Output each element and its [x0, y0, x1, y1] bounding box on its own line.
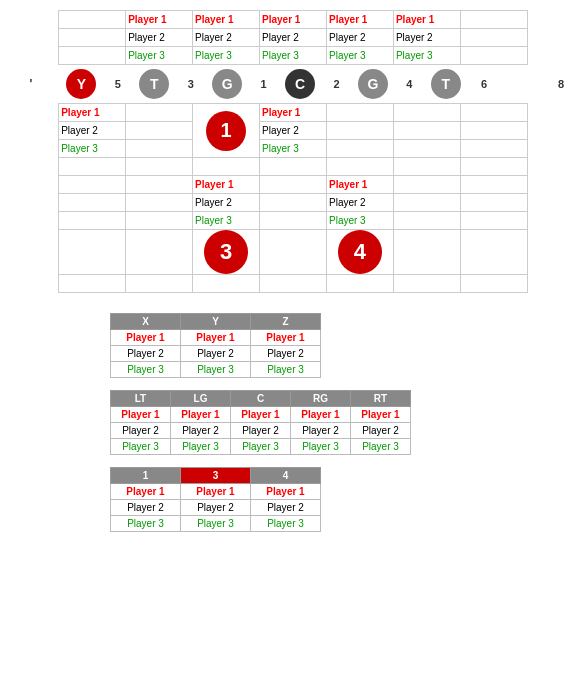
- table-row: [10, 275, 570, 293]
- letter-row: ' Y 5 T 3 G 1 C 2 G 4 T 6 8: [10, 65, 570, 103]
- label-p1: Player 1: [262, 14, 300, 25]
- table-row: [10, 158, 570, 176]
- label-p3: Player 3: [195, 50, 232, 61]
- label-p2: Player 2: [128, 32, 165, 43]
- table-xyz-wrap: X Y Z Player 1 Player 1 Player 1 Player …: [110, 313, 575, 378]
- table-row: Player 1 Player 1 Player 1: [111, 330, 321, 346]
- table-row: Player 2 Player 2 Player 2: [111, 500, 321, 516]
- top-section: Player 1 Player 1 Player 1 Player 1 Play…: [10, 10, 570, 293]
- table-row: Player 2 Player 2: [10, 122, 570, 140]
- circle-1: 1: [206, 111, 246, 151]
- table-row: 3 4: [10, 230, 570, 275]
- num-5: 5: [111, 78, 125, 90]
- label-p1: Player 1: [329, 14, 367, 25]
- table-134: 1 3 4 Player 1 Player 1 Player 1 Player …: [110, 467, 321, 532]
- label-p3: Player 3: [262, 50, 299, 61]
- table-row: Player 3 Player 3 Player 3 Player 3 Play…: [111, 439, 411, 455]
- table-row: Player 1 1 Player 1: [10, 104, 570, 122]
- label-p1: Player 1: [396, 14, 434, 25]
- header-grid: Player 1 Player 1 Player 1 Player 1 Play…: [10, 10, 570, 65]
- table-row: 1 3 4: [111, 468, 321, 484]
- num-1: 1: [257, 78, 271, 90]
- col-header-lt: LT: [111, 391, 171, 407]
- table-row: Player 2 Player 2 Player 2 Player 2 Play…: [10, 29, 570, 47]
- data-grid: Player 1 1 Player 1 Player 2 Player 2 Pl…: [10, 103, 570, 293]
- letter-circle-g2: G: [358, 69, 388, 99]
- col-header-3: 3: [181, 468, 251, 484]
- table-line-wrap: LT LG C RG RT Player 1 Player 1 Player 1…: [110, 390, 575, 455]
- label-p1: Player 1: [128, 14, 166, 25]
- table-row: Player 1 Player 1: [10, 176, 570, 194]
- label-p2: Player 2: [262, 32, 299, 43]
- num-2: 2: [329, 78, 343, 90]
- col-header-4: 4: [251, 468, 321, 484]
- table-row: Player 1 Player 1 Player 1 Player 1 Play…: [10, 11, 570, 29]
- label-p2: Player 2: [195, 32, 232, 43]
- table-row: Player 3 Player 3 Player 3: [111, 516, 321, 532]
- table-row: Player 1 Player 1 Player 1 Player 1 Play…: [111, 407, 411, 423]
- label-p1: Player 1: [195, 14, 233, 25]
- table-row: Player 3 Player 3 Player 3 Player 3 Play…: [10, 47, 570, 65]
- table-row: Player 3 Player 3: [10, 140, 570, 158]
- table-row: Player 2 Player 2: [10, 194, 570, 212]
- col-header-1: 1: [111, 468, 181, 484]
- col-header-rg: RG: [291, 391, 351, 407]
- table-row: X Y Z: [111, 314, 321, 330]
- label-p3: Player 3: [396, 50, 433, 61]
- table-134-wrap: 1 3 4 Player 1 Player 1 Player 1 Player …: [110, 467, 575, 532]
- table-xyz: X Y Z Player 1 Player 1 Player 1 Player …: [110, 313, 321, 378]
- col-header-lg: LG: [171, 391, 231, 407]
- table-row: Player 2 Player 2 Player 2: [111, 346, 321, 362]
- col-header-y: Y: [181, 314, 251, 330]
- col-header-x: X: [111, 314, 181, 330]
- label-p3: Player 3: [128, 50, 165, 61]
- num-6: 6: [475, 78, 493, 90]
- col-header-rt: RT: [351, 391, 411, 407]
- col-header-c: C: [231, 391, 291, 407]
- num-4: 4: [402, 78, 416, 90]
- label-p2: Player 2: [329, 32, 366, 43]
- letter-circle-g1: G: [212, 69, 242, 99]
- circle-4: 4: [338, 230, 382, 274]
- table-row: Player 3 Player 3 Player 3: [111, 362, 321, 378]
- letter-circle-t1: T: [139, 69, 169, 99]
- table-line: LT LG C RG RT Player 1 Player 1 Player 1…: [110, 390, 411, 455]
- col-header-z: Z: [251, 314, 321, 330]
- letter-circle-t2: T: [431, 69, 461, 99]
- letter-circle-c: C: [285, 69, 315, 99]
- num-8: 8: [552, 78, 570, 90]
- table-row: Player 1 Player 1 Player 1: [111, 484, 321, 500]
- num-apostrophe: ': [10, 77, 52, 91]
- table-row: LT LG C RG RT: [111, 391, 411, 407]
- label-p2: Player 2: [396, 32, 433, 43]
- letter-circle-y: Y: [66, 69, 96, 99]
- table-row: Player 2 Player 2 Player 2 Player 2 Play…: [111, 423, 411, 439]
- circle-3: 3: [204, 230, 248, 274]
- bottom-section: X Y Z Player 1 Player 1 Player 1 Player …: [10, 313, 575, 532]
- num-3: 3: [184, 78, 198, 90]
- label-p3: Player 3: [329, 50, 366, 61]
- table-row: Player 3 Player 3: [10, 212, 570, 230]
